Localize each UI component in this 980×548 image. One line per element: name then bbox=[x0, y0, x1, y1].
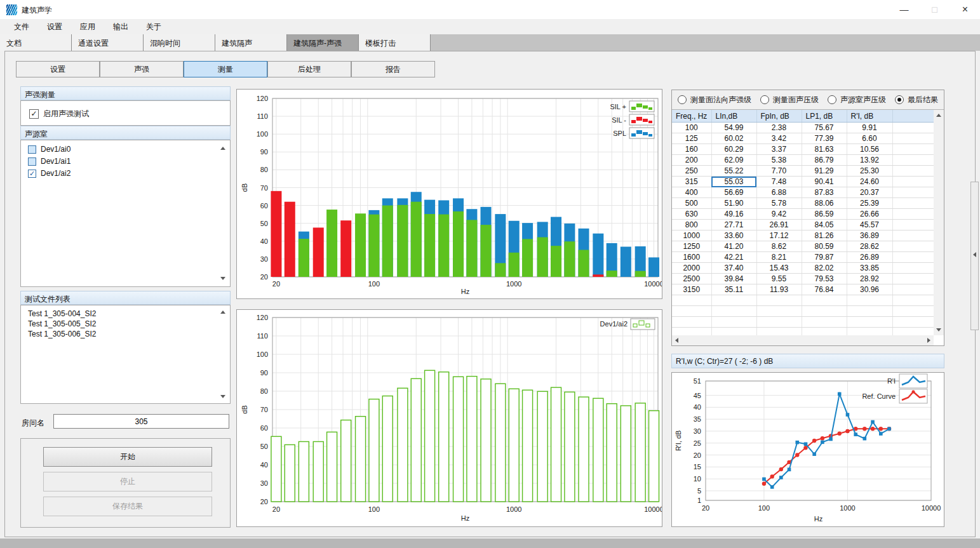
scroll-up-icon[interactable] bbox=[220, 147, 225, 150]
radio-circle-icon[interactable] bbox=[828, 95, 836, 104]
item-checkbox[interactable] bbox=[28, 145, 36, 154]
table-cell[interactable]: 86.79 bbox=[802, 155, 847, 166]
table-cell[interactable]: 77.39 bbox=[802, 133, 847, 144]
table-cell[interactable]: 90.41 bbox=[802, 177, 847, 187]
scroll-left-icon[interactable] bbox=[675, 338, 678, 343]
column-header-3[interactable]: LP1, dB bbox=[802, 110, 847, 123]
legend-item-SIL -[interactable]: SIL - bbox=[612, 114, 654, 125]
scroll-down-icon[interactable] bbox=[220, 395, 225, 398]
menu-item-3[interactable]: 输出 bbox=[104, 19, 137, 35]
table-cell[interactable]: 630 bbox=[672, 209, 711, 220]
scroll-right-icon[interactable] bbox=[927, 338, 930, 343]
table-cell[interactable]: 80.59 bbox=[802, 241, 847, 252]
table-cell[interactable] bbox=[892, 295, 934, 306]
table-cell[interactable] bbox=[892, 263, 934, 274]
table-cell[interactable] bbox=[711, 295, 756, 306]
sub-tab-2[interactable]: 测量 bbox=[184, 61, 267, 77]
file-list-item-2[interactable]: Test 1_305-006_SI2 bbox=[28, 330, 96, 338]
table-cell[interactable]: 79.87 bbox=[802, 252, 847, 263]
file-list-item-1[interactable]: Test 1_305-005_SI2 bbox=[28, 319, 96, 328]
table-cell[interactable]: 39.84 bbox=[711, 274, 756, 284]
legend-item-dev1ai2[interactable]: Dev1/ai2 bbox=[600, 319, 655, 330]
table-cell[interactable] bbox=[711, 328, 756, 336]
selected-cell[interactable]: 55.03 bbox=[711, 177, 756, 187]
table-cell[interactable] bbox=[847, 295, 892, 306]
table-cell[interactable]: 75.67 bbox=[802, 123, 847, 133]
table-cell[interactable]: 500 bbox=[672, 198, 711, 209]
table-cell[interactable]: 26.89 bbox=[847, 252, 892, 263]
table-cell[interactable]: 36.89 bbox=[847, 231, 892, 241]
table-cell[interactable]: 82.02 bbox=[802, 263, 847, 274]
table-cell[interactable]: 1250 bbox=[672, 241, 711, 252]
radio-circle-icon[interactable] bbox=[678, 95, 687, 104]
table-cell[interactable]: 2000 bbox=[672, 263, 711, 274]
table-cell[interactable] bbox=[892, 198, 934, 209]
source-room-item-0[interactable]: Dev1/ai0 bbox=[28, 145, 70, 154]
table-cell[interactable] bbox=[892, 133, 934, 144]
table-cell[interactable]: 81.26 bbox=[802, 231, 847, 241]
table-cell[interactable]: 35.11 bbox=[711, 284, 756, 295]
table-cell[interactable]: 9.42 bbox=[756, 209, 802, 220]
table-cell[interactable] bbox=[892, 123, 934, 133]
menu-item-2[interactable]: 应用 bbox=[71, 19, 104, 35]
table-cell[interactable]: 26.91 bbox=[756, 220, 802, 231]
table-cell[interactable]: 87.83 bbox=[802, 187, 847, 198]
table-cell[interactable] bbox=[892, 284, 934, 295]
table-cell[interactable] bbox=[892, 220, 934, 231]
table-cell[interactable]: 20.37 bbox=[847, 187, 892, 198]
column-header-1[interactable]: LIn,dB bbox=[711, 110, 756, 123]
table-cell[interactable]: 160 bbox=[672, 144, 711, 155]
radio-1[interactable]: 测量面声压级 bbox=[760, 95, 819, 105]
table-cell[interactable]: 42.21 bbox=[711, 252, 756, 263]
minimize-button[interactable]: — bbox=[889, 0, 919, 19]
table-cell[interactable] bbox=[847, 306, 892, 317]
table-cell[interactable]: 8.21 bbox=[756, 252, 802, 263]
maximize-button[interactable]: □ bbox=[920, 0, 950, 19]
column-header-5[interactable] bbox=[892, 110, 934, 123]
table-cell[interactable] bbox=[672, 306, 711, 317]
table-cell[interactable]: 6.88 bbox=[756, 187, 802, 198]
table-cell[interactable] bbox=[847, 317, 892, 328]
table-cell[interactable] bbox=[892, 241, 934, 252]
table-cell[interactable]: 9.55 bbox=[756, 274, 802, 284]
table-cell[interactable]: 51.90 bbox=[711, 198, 756, 209]
table-cell[interactable]: 84.05 bbox=[802, 220, 847, 231]
table-cell[interactable]: 17.12 bbox=[756, 231, 802, 241]
radio-circle-icon[interactable] bbox=[895, 95, 904, 104]
table-cell[interactable] bbox=[892, 231, 934, 241]
table-cell[interactable] bbox=[847, 328, 892, 336]
table-cell[interactable]: 11.93 bbox=[756, 284, 802, 295]
table-cell[interactable]: 25.39 bbox=[847, 198, 892, 209]
table-cell[interactable] bbox=[892, 209, 934, 220]
item-checkbox[interactable]: ✓ bbox=[28, 170, 36, 178]
scroll-down-icon[interactable] bbox=[936, 328, 941, 331]
table-vscrollbar[interactable] bbox=[934, 110, 944, 335]
table-cell[interactable]: 1000 bbox=[672, 231, 711, 241]
column-header-0[interactable]: Freq., Hz bbox=[672, 110, 711, 123]
table-cell[interactable] bbox=[892, 252, 934, 263]
table-cell[interactable]: 27.71 bbox=[711, 220, 756, 231]
sub-tab-4[interactable]: 报告 bbox=[351, 61, 435, 77]
table-cell[interactable]: 62.09 bbox=[711, 155, 756, 166]
table-cell[interactable]: 1600 bbox=[672, 252, 711, 263]
table-cell[interactable]: 79.53 bbox=[802, 274, 847, 284]
legend-item-SPL[interactable]: SPL bbox=[613, 128, 654, 138]
table-cell[interactable] bbox=[892, 166, 934, 177]
table-cell[interactable]: 10.56 bbox=[847, 144, 892, 155]
legend-item-R'I[interactable]: R'I bbox=[887, 374, 927, 388]
legend-item-Ref. Curve[interactable]: Ref. Curve bbox=[862, 389, 927, 403]
table-cell[interactable]: 800 bbox=[672, 220, 711, 231]
source-room-item-1[interactable]: Dev1/ai1 bbox=[28, 157, 70, 166]
table-cell[interactable]: 250 bbox=[672, 166, 711, 177]
sub-tab-3[interactable]: 后处理 bbox=[267, 61, 351, 77]
table-cell[interactable]: 125 bbox=[672, 133, 711, 144]
table-cell[interactable]: 400 bbox=[672, 187, 711, 198]
table-cell[interactable]: 33.60 bbox=[711, 231, 756, 241]
table-cell[interactable]: 315 bbox=[672, 177, 711, 187]
table-cell[interactable]: 33.85 bbox=[847, 263, 892, 274]
table-cell[interactable]: 41.20 bbox=[711, 241, 756, 252]
table-cell[interactable]: 37.40 bbox=[711, 263, 756, 274]
stop-button[interactable]: 停止 bbox=[43, 472, 212, 491]
table-cell[interactable]: 2500 bbox=[672, 274, 711, 284]
table-cell[interactable]: 91.29 bbox=[802, 166, 847, 177]
